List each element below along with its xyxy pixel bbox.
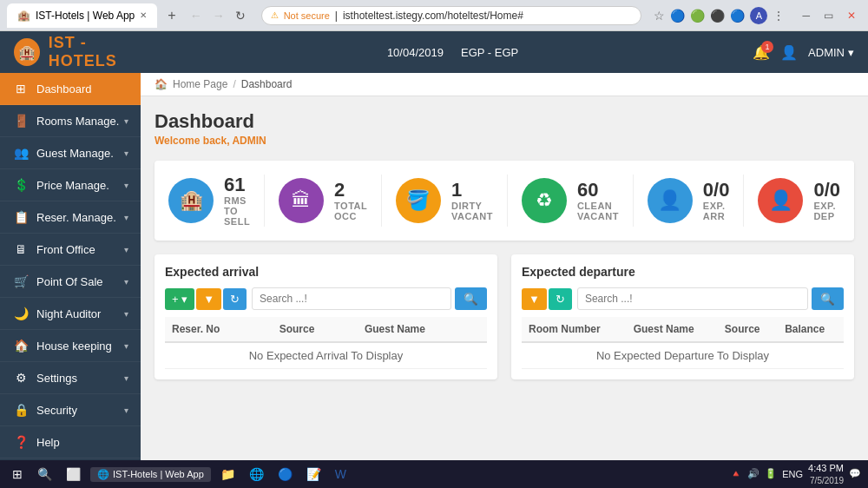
stat-number-dep: 0/0 — [813, 180, 840, 201]
breadcrumb-home-link[interactable]: Home Page — [173, 78, 227, 90]
departure-search-input[interactable] — [577, 287, 808, 310]
sidebar-item-frontoffice[interactable]: 🖥 Front Office ▾ — [0, 234, 141, 266]
arrival-refresh-button[interactable]: ↻ — [223, 288, 247, 310]
sidebar-label-nightauditor: Night Auditor — [36, 307, 124, 320]
arrival-search-input[interactable] — [252, 287, 451, 310]
stat-info-dep: 0/0 EXP. DEP — [813, 180, 840, 221]
price-chevron-icon: ▾ — [124, 181, 128, 190]
admin-name: ADMIN — [232, 135, 266, 147]
stat-icon-rms: 🏨 — [168, 178, 214, 223]
departure-col-source: Source — [718, 317, 778, 342]
header-currency: EGP - EGP — [461, 46, 518, 59]
logo-text: IST - HOTELS — [49, 34, 153, 70]
arrival-table-head: Reser. No Source Guest Name — [165, 317, 487, 342]
ext-icon-2[interactable]: 🟢 — [690, 9, 705, 23]
departure-table-body: No Expected Departure To Display — [522, 342, 844, 369]
notification-badge: 1 — [761, 41, 773, 53]
sidebar-item-nightauditor[interactable]: 🌙 Night Auditor ▾ — [0, 298, 141, 330]
housekeeping-icon: 🏠 — [12, 339, 30, 353]
maximize-button[interactable]: ▭ — [819, 8, 838, 23]
breadcrumb-separator: / — [233, 78, 235, 90]
departure-col-balance: Balance — [778, 317, 844, 342]
price-icon: 💲 — [12, 178, 30, 192]
ext-icon-4[interactable]: 🔵 — [730, 9, 745, 23]
security-icon: ⚠ — [271, 10, 279, 20]
departure-table-head: Room Number Guest Name Source Balance — [522, 317, 844, 342]
settings-icon: ⚙ — [12, 371, 30, 385]
departure-table: Room Number Guest Name Source Balance No… — [522, 317, 844, 369]
ext-icon-3[interactable]: ⚫ — [710, 9, 725, 23]
tab-close-btn[interactable]: ✕ — [140, 10, 147, 20]
nightauditor-icon: 🌙 — [12, 307, 30, 320]
page-subtitle: Welcome back, ADMIN — [155, 135, 854, 147]
sidebar-label-help: Help — [36, 436, 128, 449]
sidebar-label-pos: Point Of Sale — [36, 275, 124, 288]
security-chevron-icon: ▾ — [124, 406, 128, 415]
departure-filter-button[interactable]: ▼ — [522, 288, 547, 310]
stat-info-rms: 61 RMS TO SELL — [224, 175, 250, 227]
notification-button[interactable]: 🔔 1 — [753, 44, 770, 61]
sidebar-item-housekeeping[interactable]: 🏠 House keeping ▾ — [0, 330, 141, 362]
minimize-button[interactable]: ─ — [797, 8, 815, 23]
stat-label-clean: CLEAN VACANT — [577, 201, 619, 221]
sidebar: ⊞ Dashboard 🚪 Rooms Manage. ▾ 👥 Guest Ma… — [0, 73, 141, 460]
stat-label-rms: RMS TO SELL — [224, 195, 250, 227]
header-actions: 🔔 1 👤 ADMIN ▾ — [753, 44, 854, 61]
arrival-filter-button[interactable]: ▼ — [196, 288, 221, 310]
pos-chevron-icon: ▾ — [124, 277, 128, 287]
stat-total-occ: 🏛 2 TOTAL OCC — [279, 175, 367, 227]
profile-icon[interactable]: A — [750, 7, 767, 24]
departure-toolbar: ▼ ↻ 🔍 — [522, 287, 844, 310]
tab-title: IST-Hotels | Web App — [36, 10, 135, 22]
user-settings-button[interactable]: 👤 — [780, 44, 798, 61]
sidebar-item-settings[interactable]: ⚙ Settings ▾ — [0, 362, 141, 394]
stat-divider-3 — [507, 175, 508, 227]
sidebar-item-help[interactable]: ❓ Help — [0, 426, 141, 458]
close-window-button[interactable]: ✕ — [842, 8, 861, 23]
arrival-search-wrap: 🔍 — [252, 287, 487, 310]
sidebar-item-dashboard[interactable]: ⊞ Dashboard — [0, 73, 141, 105]
departure-search-wrap: 🔍 — [577, 287, 844, 310]
sidebar-item-guest[interactable]: 👥 Guest Manage. ▾ — [0, 137, 141, 169]
sidebar-item-security[interactable]: 🔒 Security ▾ — [0, 394, 141, 426]
browser-actions: ☆ 🔵 🟢 ⚫ 🔵 A ⋮ — [654, 7, 785, 24]
arrival-header-row: Reser. No Source Guest Name — [165, 317, 487, 342]
arrival-table-body: No Expected Arrival To Display — [165, 342, 487, 369]
stat-info-occ: 2 TOTAL OCC — [334, 180, 367, 221]
ext-icon-1[interactable]: 🔵 — [670, 9, 685, 23]
bookmark-icon[interactable]: ☆ — [654, 9, 665, 23]
browser-tab[interactable]: 🏨 IST-Hotels | Web App ✕ — [7, 3, 157, 28]
departure-search-button[interactable]: 🔍 — [812, 287, 844, 310]
sidebar-item-price[interactable]: 💲 Price Manage. ▾ — [0, 169, 141, 201]
arrival-search-button[interactable]: 🔍 — [455, 287, 487, 310]
sidebar-label-dashboard: Dashboard — [36, 82, 128, 96]
security-icon: 🔒 — [12, 403, 30, 417]
arrival-table: Reser. No Source Guest Name No Expected … — [165, 317, 487, 369]
departure-empty-message: No Expected Departure To Display — [522, 342, 844, 369]
reload-button[interactable]: ↻ — [232, 7, 249, 24]
address-bar[interactable]: ⚠ Not secure | isthoteltest.istegy.com/h… — [261, 6, 642, 25]
departure-section: Expected departure ▼ ↻ 🔍 — [511, 254, 854, 379]
arrival-add-button[interactable]: + ▾ — [165, 288, 194, 310]
new-tab-button[interactable]: + — [162, 4, 181, 27]
frontoffice-icon: 🖥 — [12, 242, 30, 256]
window-controls: ─ ▭ ✕ — [797, 8, 861, 23]
dashboard-content: Dashboard Welcome back, ADMIN 🏨 61 RMS T… — [141, 96, 868, 393]
arrival-empty-message: No Expected Arrival To Display — [165, 342, 487, 369]
stat-number-rms: 61 — [224, 175, 250, 195]
departure-col-room: Room Number — [522, 317, 627, 342]
admin-menu-button[interactable]: ADMIN ▾ — [808, 46, 854, 59]
sidebar-item-pos[interactable]: 🛒 Point Of Sale ▾ — [0, 266, 141, 298]
menu-icon[interactable]: ⋮ — [773, 9, 785, 23]
back-button[interactable]: ← — [187, 7, 206, 24]
arrival-empty-row: No Expected Arrival To Display — [165, 342, 487, 369]
stat-rms-to-sell: 🏨 61 RMS TO SELL — [168, 175, 250, 227]
stat-divider-4 — [633, 175, 634, 227]
sidebar-item-reser[interactable]: 📋 Reser. Manage. ▾ — [0, 201, 141, 234]
stat-label-arr: EXP. ARR — [703, 201, 730, 221]
forward-button[interactable]: → — [209, 7, 228, 24]
departure-refresh-button[interactable]: ↻ — [549, 288, 572, 310]
app-header: 🏨 IST - HOTELS 10/04/2019 EGP - EGP 🔔 1 … — [0, 31, 868, 73]
sidebar-item-rooms[interactable]: 🚪 Rooms Manage. ▾ — [0, 105, 141, 137]
arrival-col-guest: Guest Name — [358, 317, 487, 342]
